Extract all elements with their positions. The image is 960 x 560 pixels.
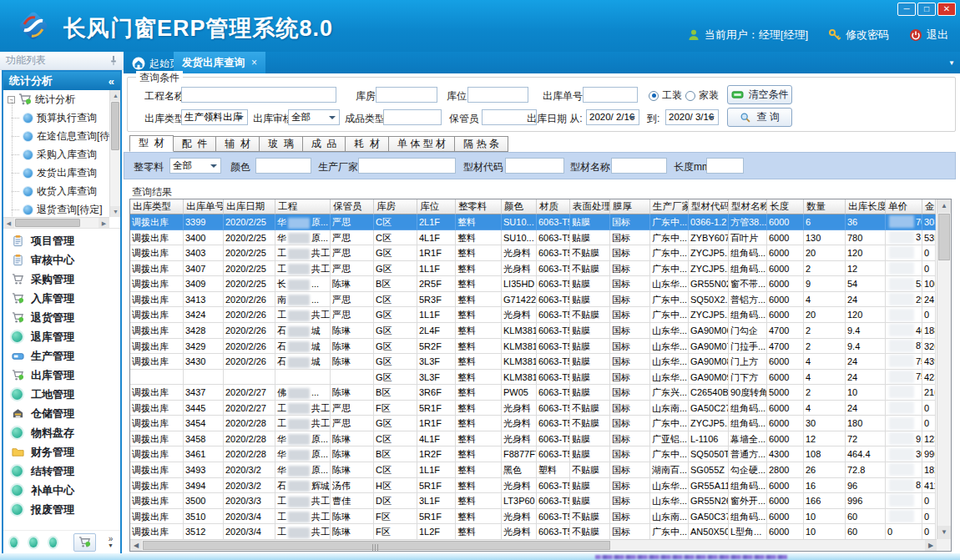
sidebar-menu-item[interactable]: 采购管理 (3, 270, 120, 289)
column-header[interactable]: 型材名称 (729, 199, 767, 214)
sidebar-menu-item[interactable]: 出库管理 (3, 366, 120, 385)
tree-item[interactable]: 发货出库查询 (3, 164, 109, 182)
profile-name-input[interactable] (611, 158, 667, 174)
location-input[interactable] (467, 87, 528, 103)
scroll-up-icon[interactable]: ▲ (937, 199, 951, 213)
tree-item[interactable]: 收货入库查询 (3, 182, 109, 200)
grid-horizontal-scrollbar[interactable]: ◀ ▶ (130, 539, 937, 551)
column-header[interactable]: 型材代码 (689, 199, 729, 214)
table-row[interactable]: 调拨出库34302020/2/26石城陈琳G区3L3F整料KLM38176063… (130, 354, 937, 370)
radio-home-decor[interactable]: 家装 (685, 88, 719, 103)
tree-horizontal-scrollbar[interactable]: ◀ ▶ (3, 217, 109, 228)
column-header[interactable]: 材质 (537, 199, 570, 214)
whole-part-select[interactable]: 全部 (169, 158, 221, 174)
scroll-down-icon[interactable]: ▼ (937, 526, 951, 539)
audit-select[interactable]: 全部 (288, 109, 340, 125)
order-no-input[interactable] (583, 87, 638, 103)
column-header[interactable]: 生产厂家 (650, 199, 689, 214)
sidebar-menu-item[interactable]: 生产管理 (3, 346, 120, 366)
footer-cart-button[interactable] (73, 533, 96, 552)
grid-vscroll-thumb[interactable] (938, 214, 950, 260)
table-row[interactable]: 调拨出库34582020/2/28华原...陈琳C区4L1F整料光身料6063-… (130, 431, 937, 447)
column-header[interactable]: 出库单号 (184, 199, 224, 214)
sidebar-section-header[interactable]: 统计分析 « (3, 72, 120, 90)
sidebar-menu-item[interactable]: 审核中心 (3, 250, 120, 270)
scroll-right-icon[interactable]: ▶ (925, 540, 937, 551)
material-tab[interactable]: 耗 材 (346, 136, 389, 152)
material-tab[interactable]: 型 材 (129, 135, 174, 152)
collapse-icon[interactable]: « (109, 75, 114, 88)
table-row[interactable]: 调拨出库34032020/2/25工共工程严思G区1R1F整料光身料6063-T… (130, 245, 937, 261)
tab-shipping-query[interactable]: 发货出库查询 × (174, 52, 265, 73)
sidebar-menu-item[interactable]: 工地管理 (3, 385, 120, 404)
table-row[interactable]: 调拨出库35122020/3/4工共工程陈琳F区1L2F整料光身料6063-T5… (130, 524, 937, 539)
sidebar-menu-item[interactable]: 仓储管理 (3, 404, 120, 423)
sidebar-menu-item[interactable]: 结转管理 (3, 462, 120, 481)
tab-close-icon[interactable]: × (251, 57, 257, 68)
column-header[interactable]: 单价 (886, 199, 922, 214)
table-row[interactable]: 调拨出库34292020/2/26石城陈琳G区5R2F整料KLM38176063… (130, 339, 937, 355)
material-tab[interactable]: 配 件 (174, 136, 217, 152)
close-button[interactable]: ✕ (937, 3, 956, 16)
table-row[interactable]: 调拨出库34942020/3/2石辉城汤伟H区5R1F整料光身料6063-T5贴… (130, 478, 937, 494)
table-row[interactable]: 调拨出库34372020/2/27佛...陈琳B区3R6F整料PW056063-… (130, 385, 937, 401)
logout-button[interactable]: 退出 (909, 28, 948, 43)
footer-dot-icon[interactable] (10, 537, 18, 547)
date-to-picker[interactable]: 2020/ 3/16 (665, 109, 719, 125)
table-row[interactable]: 调拨出库34132020/2/26南...严思C区5R3F整料G71422606… (130, 292, 937, 308)
table-row[interactable]: 调拨出库33992020/2/25华原...严思C区2L1F整料SU10...6… (130, 214, 937, 230)
outbound-type-select[interactable]: 生产领料出库 (181, 109, 248, 125)
tree-item[interactable]: 采购入库查询 (3, 145, 109, 164)
material-tab[interactable]: 隔 热 条 (455, 136, 508, 152)
grid-vertical-scrollbar[interactable]: ▲ ▼ (937, 199, 951, 539)
manufacturer-input[interactable] (358, 158, 456, 174)
material-tab[interactable]: 单 体 型 材 (389, 136, 455, 152)
grid-hscroll-thumb[interactable] (143, 541, 610, 550)
sidebar-menu-item[interactable]: 补单中心 (3, 481, 120, 500)
column-header[interactable]: 膜厚 (610, 199, 650, 214)
column-header[interactable]: 库房 (374, 199, 417, 214)
column-header[interactable]: 金 (922, 199, 936, 214)
column-header[interactable]: 出库长度 (846, 199, 886, 214)
table-row[interactable]: 调拨出库34242020/2/26工共工程严思G区1L1F整料光身料6063-T… (130, 307, 937, 323)
length-input[interactable] (706, 158, 744, 174)
tree-vscroll-thumb[interactable] (111, 102, 119, 150)
tree-item[interactable]: 在途信息查询[待定] (3, 127, 109, 145)
table-row[interactable]: 调拨出库35002020/3/3工共工程曹佳D区3L1F整料LT3P606063… (130, 493, 937, 509)
column-header[interactable]: 长度 (767, 199, 804, 214)
tree-vertical-scrollbar[interactable]: ▲ ▼ (109, 90, 120, 217)
tree-item[interactable]: 退货查询[待定] (3, 200, 109, 217)
product-type-input[interactable] (383, 109, 442, 125)
material-tab[interactable]: 辅 材 (216, 136, 260, 152)
material-tab[interactable]: 成 品 (303, 136, 346, 152)
sidebar-menu-item[interactable]: 项目管理 (3, 231, 120, 250)
sidebar-menu-item[interactable]: 财务管理 (3, 442, 120, 462)
table-row[interactable]: G区3L3F整料KLM38176063-T5贴膜国标山东华...GA90M09.… (130, 370, 937, 386)
clear-conditions-button[interactable]: 清空条件 (727, 85, 792, 104)
table-row[interactable]: 调拨出库34002020/2/25华原...严思C区4L1F整料SU10...6… (130, 230, 937, 246)
radio-off-icon[interactable] (685, 91, 695, 101)
tree-root-node[interactable]: − 统计分析 (3, 90, 109, 108)
column-header[interactable]: 数量 (804, 199, 846, 214)
minimize-button[interactable]: ─ (897, 3, 916, 16)
column-header[interactable]: 整零料 (456, 199, 502, 214)
tree-hscroll-thumb[interactable] (15, 219, 80, 227)
column-header[interactable]: 工程 (275, 199, 331, 214)
column-header[interactable]: 颜色 (502, 199, 537, 214)
footer-dot-icon[interactable] (29, 537, 37, 547)
project-name-input[interactable] (181, 87, 336, 103)
table-row[interactable]: 调拨出库34282020/2/26石城陈琳G区2L4F整料KLM38176063… (130, 323, 937, 339)
date-from-picker[interactable]: 2020/ 2/16 (586, 109, 639, 125)
warehouse-input[interactable] (376, 87, 437, 103)
column-header[interactable]: 出库类型 (130, 199, 184, 214)
sidebar-menu-item[interactable]: 报废管理 (3, 500, 120, 519)
pin-icon[interactable] (109, 55, 118, 66)
maximize-button[interactable]: □ (917, 3, 936, 16)
search-button[interactable]: 查 询 (727, 108, 792, 127)
profile-code-input[interactable] (505, 158, 564, 174)
scroll-left-icon[interactable]: ◀ (130, 540, 142, 551)
column-header[interactable]: 保管员 (331, 199, 374, 214)
column-header[interactable]: 库位 (417, 199, 456, 214)
sidebar-menu-item[interactable]: 退货管理 (3, 308, 120, 327)
table-row[interactable]: 调拨出库34092020/2/25长...陈琳B区2R5F整料LI35HD606… (130, 276, 937, 292)
